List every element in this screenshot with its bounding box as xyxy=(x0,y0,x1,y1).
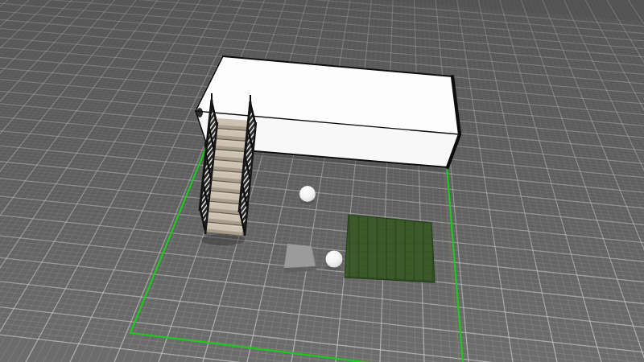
tile-surface[interactable] xyxy=(284,244,316,268)
grass-patch[interactable] xyxy=(345,215,435,282)
platform-corner-shade-left xyxy=(196,108,203,117)
grass-surface[interactable] xyxy=(345,215,435,282)
simulation-viewport[interactable] xyxy=(0,0,644,362)
white-sphere-1[interactable] xyxy=(299,186,316,202)
gray-tile[interactable] xyxy=(283,244,316,273)
scene-svg[interactable] xyxy=(0,0,644,362)
white-sphere-2[interactable] xyxy=(326,251,343,268)
